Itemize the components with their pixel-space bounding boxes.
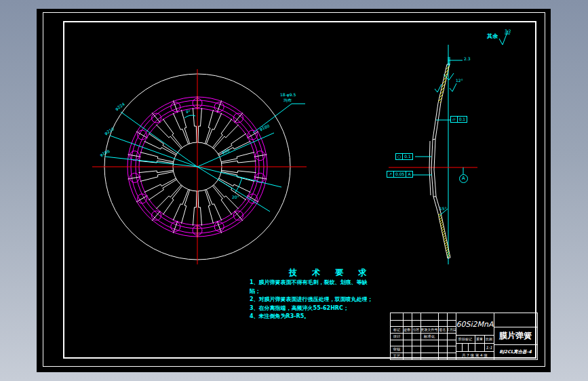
tech-requirement-line: 4、未注倒角为R3-R5。 [250,313,373,321]
gdt-symbol: ⏥ [451,117,458,122]
titleblock-line [462,343,463,351]
holes-count-label: 18-φ9.5 [280,93,296,97]
titleblock-line [412,313,412,359]
material-spec: 60Si2MnA [456,313,494,335]
tech-requirement-line: 1、膜片弹簧表面不得有毛刺，裂纹、划痕、等缺 [250,279,373,287]
technical-requirements-block: 技 术 要 求 1、膜片弹簧表面不得有毛刺，裂纹、划痕、等缺 陷； 2、对膜片弹… [250,267,373,321]
revision-count-header: 处数 [403,326,412,333]
part-name: 膜片弹簧 [494,327,537,344]
zone-header: 分区 [412,326,420,333]
titleblock-line [403,313,404,359]
change-doc-header: 更改文件号 [420,326,438,333]
gdt-frame-flatness-right: ⏥ 0.1 [450,116,467,123]
scale-label: 比例 [484,335,494,343]
standardization-label: 标准化 [420,333,438,340]
titleblock-line [447,313,448,359]
gdt-datum-ref: A [406,172,412,177]
slot-angle-label: 9° [186,110,191,114]
scale-value: 1:1 [484,343,494,351]
weight-label: 重量 [475,335,484,343]
titleblock-line [391,320,456,321]
stage-mark-label: 阶段标记 [456,335,475,343]
process-label: 工艺 [391,353,403,359]
gdt-tolerance: 0.1 [458,117,467,122]
titleblock-line [391,340,456,340]
technical-requirements-title: 技 术 要 求 [289,267,373,279]
title-block: 标记 处数 分区 更改文件号 签名 年月日 设计 标准化 审核 工艺 60Si2… [390,313,538,360]
date-header: 年月日 [447,326,456,333]
titleblock-line [438,313,439,359]
datum-a-symbol: A [459,174,468,183]
tech-requirement-line: 2、对膜片弹簧表面进行强压处理，双面喷丸处理； [250,296,373,304]
drawing-number: BJ2CL离合器-4 [494,344,537,359]
surface-roughness-value: 3.2 [505,28,511,33]
revision-mark-header: 标记 [391,326,403,333]
thickness-dimension-label: 2.3 [464,57,471,61]
sheet-count-info: 共 7 张 第 4 张 [456,351,494,359]
gdt-symbol: ↗ [387,172,394,177]
tech-requirement-line: 陷； [250,287,373,296]
bottom-angle-label: 15° [439,207,447,211]
cad-layout-background: φ224 φ210 φ196 φ90 φ180 18-φ9.5 均布 20° 9… [0,0,588,381]
signature-header: 签名 [438,326,447,333]
tip-angle-label: 12° [456,79,463,83]
gdt-tolerance: 0.05 [394,172,406,177]
pitch-angle-label: 20° [232,195,239,199]
holes-distribution-label: 均布 [283,98,292,102]
titleblock-line [468,343,469,351]
designer-label: 设计 [391,333,403,340]
gdt-frame-roundness-left: ○ 0.1 [395,153,413,160]
tech-requirement-line: 3、在分离指端，高频淬火55-62HRC； [250,304,373,313]
checker-label: 审核 [391,346,403,353]
gdt-tolerance: 0.1 [403,154,412,159]
gdt-frame-runout-left: ↗ 0.05 A [387,171,413,178]
gdt-symbol: ○ [396,154,403,159]
surface-roughness-note: 其余 [487,33,498,40]
